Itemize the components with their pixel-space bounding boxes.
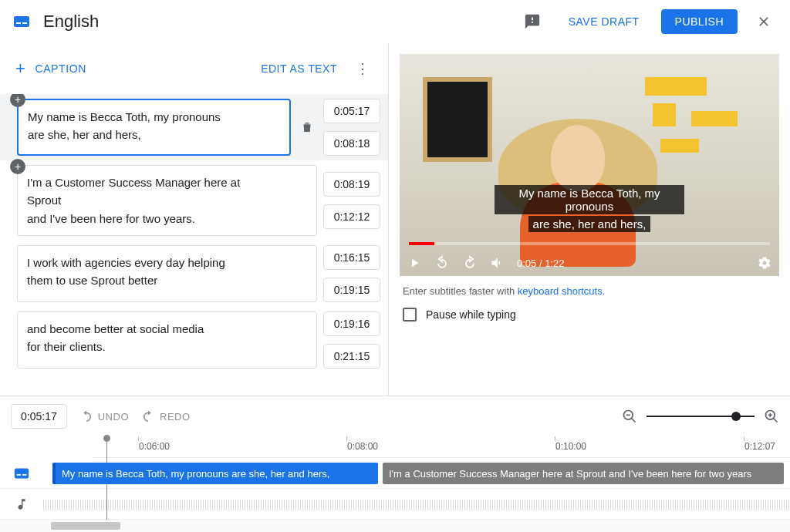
caption-track-icon xyxy=(0,465,43,482)
add-caption-button[interactable]: + CAPTION xyxy=(15,59,86,79)
play-icon[interactable] xyxy=(406,254,423,271)
video-time-display: 0:05 / 1:22 xyxy=(517,258,564,269)
rewind-icon[interactable] xyxy=(434,254,451,271)
insert-caption-after-icon[interactable]: + xyxy=(10,159,25,174)
volume-icon[interactable] xyxy=(489,254,506,271)
plus-icon: + xyxy=(15,59,25,79)
audio-track-icon xyxy=(0,497,43,511)
video-preview[interactable]: My name is Becca Toth, my pronouns are s… xyxy=(400,54,779,276)
caption-row[interactable]: and become better at social media for th… xyxy=(0,307,388,373)
publish-button[interactable]: PUBLISH xyxy=(661,9,738,34)
save-draft-button[interactable]: SAVE DRAFT xyxy=(559,9,649,34)
caption-start-time[interactable]: 0:19:16 xyxy=(323,311,380,336)
caption-start-time[interactable]: 0:08:19 xyxy=(323,172,380,197)
forward-icon[interactable] xyxy=(461,254,478,271)
edit-as-text-button[interactable]: EDIT AS TEXT xyxy=(261,62,337,75)
caption-start-time[interactable]: 0:05:17 xyxy=(323,99,380,123)
pause-while-typing-checkbox[interactable] xyxy=(403,308,417,322)
caption-list: + + My name is Becca Toth, my pronouns a… xyxy=(0,94,388,396)
audio-track xyxy=(0,489,790,520)
caption-row[interactable]: I work with agencies every day helping t… xyxy=(0,241,388,307)
keyboard-shortcuts-link[interactable]: keyboard shortcuts xyxy=(518,285,603,297)
caption-text-input[interactable]: I work with agencies every day helping t… xyxy=(17,245,317,302)
caption-end-time[interactable]: 0:08:18 xyxy=(323,131,380,156)
caption-text-input[interactable]: My name is Becca Toth, my pronouns are s… xyxy=(17,99,291,156)
subtitles-icon xyxy=(12,12,31,31)
caption-row[interactable]: + + My name is Becca Toth, my pronouns a… xyxy=(0,94,388,160)
keyboard-shortcuts-hint: Enter subtitles faster with keyboard sho… xyxy=(403,285,776,297)
svg-rect-10 xyxy=(15,468,29,478)
svg-rect-1 xyxy=(16,22,21,24)
add-caption-label: CAPTION xyxy=(35,62,86,75)
feedback-icon[interactable] xyxy=(518,7,547,36)
svg-line-4 xyxy=(632,419,636,423)
zoom-in-icon[interactable] xyxy=(764,409,779,424)
undo-button[interactable]: UNDO xyxy=(79,409,129,423)
timeline-segment[interactable]: I'm a Customer Success Manager here at S… xyxy=(383,463,784,484)
caption-start-time[interactable]: 0:16:15 xyxy=(323,245,380,270)
pause-while-typing-label: Pause while typing xyxy=(426,308,516,321)
waveform xyxy=(43,500,790,510)
video-progress-bar[interactable] xyxy=(409,242,770,245)
svg-line-7 xyxy=(774,419,778,423)
redo-button[interactable]: REDO xyxy=(141,409,191,423)
delete-caption-icon[interactable] xyxy=(297,120,317,134)
timeline-current-time[interactable]: 0:05:17 xyxy=(11,404,67,429)
caption-end-time[interactable]: 0:19:15 xyxy=(323,278,380,302)
caption-track: My name is Becca Toth, my pronouns are s… xyxy=(0,458,790,489)
svg-rect-11 xyxy=(17,473,21,475)
video-subtitle-overlay: My name is Becca Toth, my pronouns are s… xyxy=(495,184,684,233)
caption-text-input[interactable]: I'm a Customer Success Manager here at S… xyxy=(17,165,317,236)
svg-rect-2 xyxy=(22,22,27,24)
svg-rect-0 xyxy=(14,16,29,27)
more-options-icon[interactable]: ⋮ xyxy=(349,54,376,83)
close-icon[interactable] xyxy=(750,8,778,35)
timeline-ruler[interactable]: 0:06:00 0:08:00 0:10:00 0:12:07 xyxy=(93,436,790,458)
caption-end-time[interactable]: 0:21:15 xyxy=(323,344,380,369)
svg-rect-12 xyxy=(22,473,26,475)
timeline-segment[interactable]: My name is Becca Toth, my pronouns are s… xyxy=(56,463,378,484)
zoom-slider[interactable] xyxy=(647,416,755,417)
page-title: English xyxy=(43,12,99,32)
caption-end-time[interactable]: 0:12:12 xyxy=(323,204,380,229)
timeline-scrollbar[interactable] xyxy=(0,520,790,532)
zoom-out-icon[interactable] xyxy=(622,409,637,424)
caption-row[interactable]: I'm a Customer Success Manager here at S… xyxy=(0,160,388,241)
settings-icon[interactable] xyxy=(756,254,773,271)
caption-text-input[interactable]: and become better at social media for th… xyxy=(17,311,317,369)
